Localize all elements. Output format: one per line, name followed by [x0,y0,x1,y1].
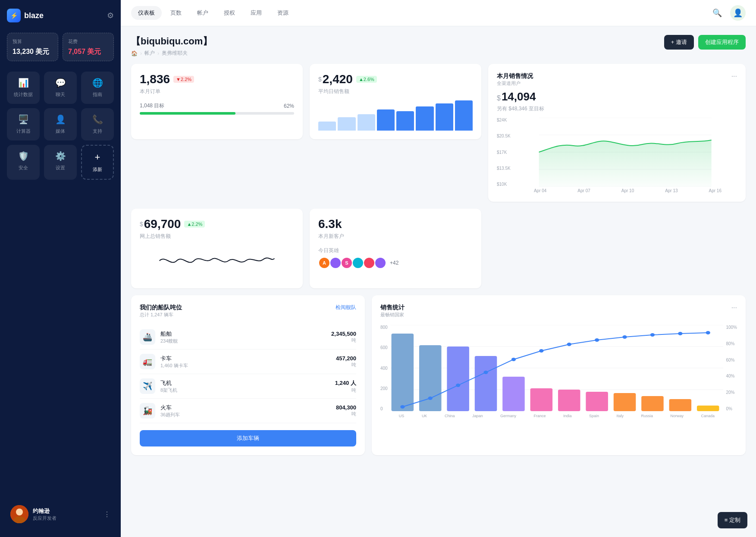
profile-button[interactable]: 👤 [730,5,746,21]
svg-point-1 [16,509,23,515]
settings-label: 设置 [56,165,65,171]
tab-accounts[interactable]: 帐户 [190,6,215,20]
avatar [10,505,28,523]
user-role: 反应开发者 [33,515,99,521]
svg-point-28 [511,358,515,361]
svg-rect-16 [502,377,525,411]
x-label-1: Apr 04 [534,188,546,193]
sidebar-settings-icon[interactable]: ⚙ [107,11,114,20]
bottom-section: 我们的船队吨位 总计 1,247 辆车 检阅舰队 🚢 船舶 234艘舰 2,34… [131,295,746,455]
fleet-truck-amount: 457,200 [336,355,356,362]
svg-rect-18 [558,390,580,411]
monthly-header: 本月销售情况 全渠道用户 [497,72,533,90]
svg-rect-19 [586,392,608,411]
sidebar-item-add[interactable]: + 添新 [81,145,114,180]
fleet-card: 我们的船队吨位 总计 1,247 辆车 检阅舰队 🚢 船舶 234艘舰 2,34… [131,295,365,455]
fleet-link[interactable]: 检阅舰队 [336,304,356,311]
sales-more-icon[interactable]: ··· [731,304,737,312]
svg-rect-21 [641,396,664,411]
fleet-train-unit: 吨 [336,411,356,417]
x-label-5: Apr 16 [709,188,721,193]
x-label-4: Apr 13 [665,188,678,193]
svg-rect-20 [613,393,636,411]
create-app-button[interactable]: 创建应用程序 [698,35,746,50]
tab-resources[interactable]: 资源 [270,6,295,20]
svg-point-26 [456,384,460,387]
fleet-plane-count: 8架飞机 [160,387,330,393]
sidebar-item-analytics[interactable]: 📊 统计数据 [7,72,40,104]
page-header: 【biqubiqu.com】 🏠 › 帐户 › 奥弗维耶夫 + 邀请 创建应用程… [131,35,746,57]
sidebar-item-guide[interactable]: 🌐 指南 [81,72,114,104]
y-label-1: $24K [497,118,511,122]
fleet-ship-amount: 2,345,500 [331,331,356,337]
x-label-3: Apr 10 [621,188,634,193]
avatar-image [10,505,28,523]
add-icon: + [95,152,100,163]
pct-40: 40% [726,374,737,378]
customize-button[interactable]: ≡ 定制 [718,512,747,528]
total-sales-card: $ 69,700 ▲2.2% 网上总销售额 [131,209,303,288]
breadcrumb-accounts: 帐户 [144,50,155,57]
security-icon: 🛡️ [18,151,29,161]
fleet-item-plane: ✈️ 飞机 8架飞机 1,240 人 吨 [140,374,356,399]
sidebar-item-settings[interactable]: ⚙️ 设置 [44,145,77,180]
orders-card: 1,836 ▼2.2% 本月订单 1,048 目标 62% [131,64,303,139]
add-label: 添新 [93,166,102,173]
sales-x-labels: US UK China Japan Germany France India S… [390,414,724,418]
new-customers-card: 6.3k 本月新客户 今日英雄 A S +42 [310,209,481,288]
sidebar-item-security[interactable]: 🛡️ 安全 [7,145,40,180]
svg-point-30 [567,343,571,346]
fleet-train-value: 804,300 吨 [336,404,356,417]
breadcrumb-home: 🏠 [131,50,138,56]
tab-apps[interactable]: 应用 [244,6,269,20]
sidebar-item-calculator[interactable]: 🖥️ 计算器 [7,108,40,140]
svg-point-35 [706,331,710,334]
hero-avatar-4 [352,257,364,269]
orders-progress-bar [140,112,294,115]
tab-pages[interactable]: 页数 [163,6,188,20]
fleet-ship-name: 船舶 [160,330,326,338]
add-vehicle-button[interactable]: 添加车辆 [140,430,356,446]
media-label: 媒体 [56,128,65,134]
fleet-train-name: 火车 [160,404,331,412]
sidebar-item-chat[interactable]: 💬 聊天 [44,72,77,104]
user-menu-icon[interactable]: ⋮ [104,510,110,518]
label-france: France [533,414,546,418]
fleet-title: 我们的船队吨位 [140,304,182,312]
budget-label: 预算 [13,38,53,45]
sidebar-item-support[interactable]: 📞 支持 [81,108,114,140]
pct-80: 80% [726,341,737,346]
support-label: 支持 [93,128,102,134]
fleet-item-ship: 🚢 船舶 234艘舰 2,345,500 吨 [140,325,356,350]
daily-sales-value: 2,420 [323,72,353,86]
fleet-header: 我们的船队吨位 总计 1,247 辆车 检阅舰队 [140,304,356,318]
monthly-sales-card: 本月销售情况 全渠道用户 ··· $ 14,094 另有 $48,346 至目标… [488,64,746,202]
search-button[interactable]: 🔍 [709,5,725,21]
orders-progress-label: 1,048 目标 [140,102,164,109]
sales-header: 销售统计 最畅销国家 ··· [380,304,737,323]
svg-point-27 [483,371,488,374]
sidebar-item-media[interactable]: 👤 媒体 [44,108,77,140]
orders-progress-row: 1,048 目标 62% [140,102,294,109]
user-name: 约翰逊 [33,507,99,515]
sales-title: 销售统计 [380,304,405,312]
spending-card: 花费 7,057 美元 [63,33,114,61]
sidebar: ⚡ blaze ⚙ 预算 13,230 美元 花费 7,057 美元 📊 统计数… [0,0,121,537]
security-label: 安全 [19,165,28,171]
label-russia: Russia [641,414,653,418]
sales-y-400: 400 [380,366,388,371]
invite-button[interactable]: + 邀请 [664,35,694,50]
label-china: China [445,414,455,418]
monthly-sub: 全渠道用户 [497,80,533,87]
top-nav-actions: 🔍 👤 [709,5,746,21]
budget-amount: 13,230 美元 [13,47,53,56]
monthly-more-icon[interactable]: ··· [731,72,737,80]
orders-progress-fill [140,112,235,115]
tab-auth[interactable]: 授权 [217,6,242,20]
budget-section: 预算 13,230 美元 花费 7,057 美元 [7,33,114,61]
fleet-plane-value: 1,240 人 吨 [335,379,356,393]
fleet-ship-info: 船舶 234艘舰 [160,330,326,344]
fleet-ship-unit: 吨 [331,337,356,343]
tab-dashboard[interactable]: 仪表板 [131,6,162,20]
top-nav: 仪表板 页数 帐户 授权 应用 资源 🔍 👤 [121,0,756,26]
